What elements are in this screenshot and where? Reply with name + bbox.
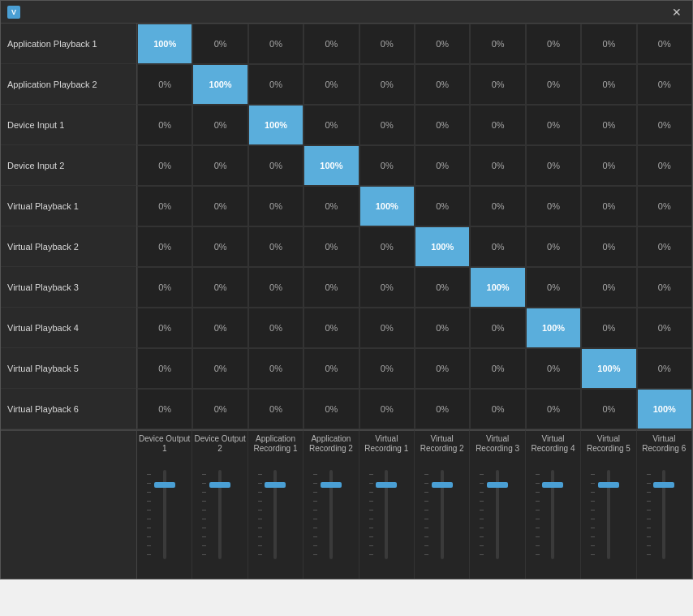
matrix-cell-r1-c1[interactable]: 100% (192, 64, 248, 105)
matrix-cell-r3-c7[interactable]: 0% (526, 145, 581, 186)
matrix-cell-r8-c2[interactable]: 0% (248, 348, 303, 389)
matrix-cell-r7-c6[interactable]: 0% (470, 308, 525, 348)
matrix-cell-r0-c1[interactable]: 0% (192, 24, 248, 64)
matrix-cell-r5-c8[interactable]: 0% (581, 226, 636, 267)
matrix-cell-r8-c0[interactable]: 0% (137, 348, 192, 389)
matrix-cell-r3-c1[interactable]: 0% (192, 145, 248, 186)
matrix-cell-r5-c2[interactable]: 0% (248, 226, 303, 267)
slider-track-col-virt-rec4[interactable] (551, 470, 554, 559)
matrix-cell-r6-c3[interactable]: 0% (303, 267, 359, 308)
matrix-cell-r6-c9[interactable]: 0% (637, 267, 692, 308)
matrix-cell-r4-c7[interactable]: 0% (526, 186, 581, 226)
matrix-cell-r4-c6[interactable]: 0% (470, 186, 525, 226)
slider-track-col-app-rec2[interactable] (329, 470, 333, 559)
matrix-cell-r0-c4[interactable]: 0% (359, 24, 415, 64)
matrix-cell-r6-c4[interactable]: 0% (359, 267, 415, 308)
matrix-cell-r3-c9[interactable]: 0% (637, 145, 692, 186)
matrix-cell-r4-c0[interactable]: 0% (137, 186, 192, 226)
slider-track-col-dev-out1[interactable] (163, 470, 166, 559)
matrix-cell-r0-c9[interactable]: 0% (637, 24, 692, 64)
matrix-cell-r7-c1[interactable]: 0% (192, 308, 248, 348)
matrix-cell-r3-c6[interactable]: 0% (470, 145, 525, 186)
matrix-cell-r2-c9[interactable]: 0% (637, 105, 692, 145)
matrix-cell-r2-c3[interactable]: 0% (303, 105, 359, 145)
slider-thumb-col-virt-rec2[interactable] (432, 482, 453, 488)
matrix-cell-r1-c4[interactable]: 0% (359, 64, 415, 105)
matrix-cell-r6-c5[interactable]: 0% (415, 267, 470, 308)
slider-thumb-col-virt-rec5[interactable] (598, 482, 619, 488)
matrix-cell-r6-c6[interactable]: 100% (470, 267, 525, 308)
matrix-cell-r3-c5[interactable]: 0% (415, 145, 470, 186)
matrix-cell-r6-c7[interactable]: 0% (526, 267, 581, 308)
matrix-cell-r5-c3[interactable]: 0% (303, 226, 359, 267)
matrix-cell-r2-c7[interactable]: 0% (526, 105, 581, 145)
matrix-cell-r2-c2[interactable]: 100% (248, 105, 303, 145)
matrix-cell-r0-c6[interactable]: 0% (470, 24, 525, 64)
matrix-cell-r4-c4[interactable]: 100% (359, 186, 415, 226)
matrix-cell-r0-c0[interactable]: 100% (137, 24, 192, 64)
matrix-cell-r8-c7[interactable]: 0% (526, 348, 581, 389)
slider-thumb-col-app-rec1[interactable] (265, 482, 286, 488)
matrix-cell-r4-c3[interactable]: 0% (303, 186, 359, 226)
slider-track-col-virt-rec5[interactable] (607, 470, 610, 559)
matrix-cell-r5-c4[interactable]: 0% (359, 226, 415, 267)
matrix-cell-r8-c6[interactable]: 0% (470, 348, 525, 389)
matrix-cell-r1-c0[interactable]: 0% (137, 64, 192, 105)
slider-thumb-col-dev-out1[interactable] (154, 482, 175, 488)
slider-track-col-virt-rec3[interactable] (496, 470, 499, 559)
matrix-cell-r3-c3[interactable]: 100% (303, 145, 359, 186)
matrix-cell-r6-c0[interactable]: 0% (137, 267, 192, 308)
matrix-cell-r3-c0[interactable]: 0% (137, 145, 192, 186)
matrix-cell-r1-c5[interactable]: 0% (415, 64, 470, 105)
matrix-cell-r0-c3[interactable]: 0% (303, 24, 359, 64)
matrix-cell-r1-c7[interactable]: 0% (526, 64, 581, 105)
matrix-cell-r6-c2[interactable]: 0% (248, 267, 303, 308)
matrix-cell-r5-c9[interactable]: 0% (637, 226, 692, 267)
matrix-cell-r2-c4[interactable]: 0% (359, 105, 415, 145)
matrix-cell-r8-c4[interactable]: 0% (359, 348, 415, 389)
matrix-cell-r7-c0[interactable]: 0% (137, 308, 192, 348)
matrix-cell-r3-c2[interactable]: 0% (248, 145, 303, 186)
matrix-cell-r9-c4[interactable]: 0% (359, 389, 415, 429)
matrix-cell-r7-c4[interactable]: 0% (359, 308, 415, 348)
matrix-cell-r0-c5[interactable]: 0% (415, 24, 470, 64)
matrix-cell-r0-c7[interactable]: 0% (526, 24, 581, 64)
matrix-cell-r3-c8[interactable]: 0% (581, 145, 636, 186)
slider-track-col-dev-out2[interactable] (218, 470, 222, 559)
matrix-cell-r2-c0[interactable]: 0% (137, 105, 192, 145)
matrix-cell-r0-c8[interactable]: 0% (581, 24, 636, 64)
matrix-cell-r4-c2[interactable]: 0% (248, 186, 303, 226)
matrix-cell-r6-c1[interactable]: 0% (192, 267, 248, 308)
slider-track-col-virt-rec1[interactable] (385, 470, 388, 559)
matrix-cell-r3-c4[interactable]: 0% (359, 145, 415, 186)
slider-track-col-app-rec1[interactable] (273, 470, 277, 559)
matrix-cell-r4-c5[interactable]: 0% (415, 186, 470, 226)
matrix-cell-r8-c8[interactable]: 100% (581, 348, 636, 389)
matrix-cell-r9-c9[interactable]: 100% (637, 389, 692, 429)
matrix-cell-r9-c3[interactable]: 0% (303, 389, 359, 429)
matrix-cell-r8-c9[interactable]: 0% (637, 348, 692, 389)
matrix-cell-r9-c8[interactable]: 0% (581, 389, 636, 429)
matrix-cell-r9-c0[interactable]: 0% (137, 389, 192, 429)
slider-thumb-col-app-rec2[interactable] (321, 482, 342, 488)
slider-track-col-virt-rec6[interactable] (662, 470, 665, 559)
slider-thumb-col-virt-rec1[interactable] (376, 482, 397, 488)
matrix-cell-r1-c6[interactable]: 0% (470, 64, 525, 105)
matrix-cell-r0-c2[interactable]: 0% (248, 24, 303, 64)
matrix-cell-r2-c8[interactable]: 0% (581, 105, 636, 145)
matrix-cell-r5-c5[interactable]: 100% (415, 226, 470, 267)
matrix-cell-r4-c8[interactable]: 0% (581, 186, 636, 226)
matrix-cell-r2-c5[interactable]: 0% (415, 105, 470, 145)
slider-thumb-col-dev-out2[interactable] (209, 482, 230, 488)
matrix-cell-r9-c1[interactable]: 0% (192, 389, 248, 429)
matrix-cell-r5-c0[interactable]: 0% (137, 226, 192, 267)
slider-thumb-col-virt-rec6[interactable] (653, 482, 674, 488)
matrix-cell-r9-c7[interactable]: 0% (526, 389, 581, 429)
slider-thumb-col-virt-rec4[interactable] (542, 482, 563, 488)
matrix-cell-r2-c6[interactable]: 0% (470, 105, 525, 145)
matrix-cell-r9-c2[interactable]: 0% (248, 389, 303, 429)
matrix-cell-r1-c2[interactable]: 0% (248, 64, 303, 105)
matrix-cell-r9-c6[interactable]: 0% (470, 389, 525, 429)
matrix-cell-r2-c1[interactable]: 0% (192, 105, 248, 145)
matrix-cell-r7-c2[interactable]: 0% (248, 308, 303, 348)
